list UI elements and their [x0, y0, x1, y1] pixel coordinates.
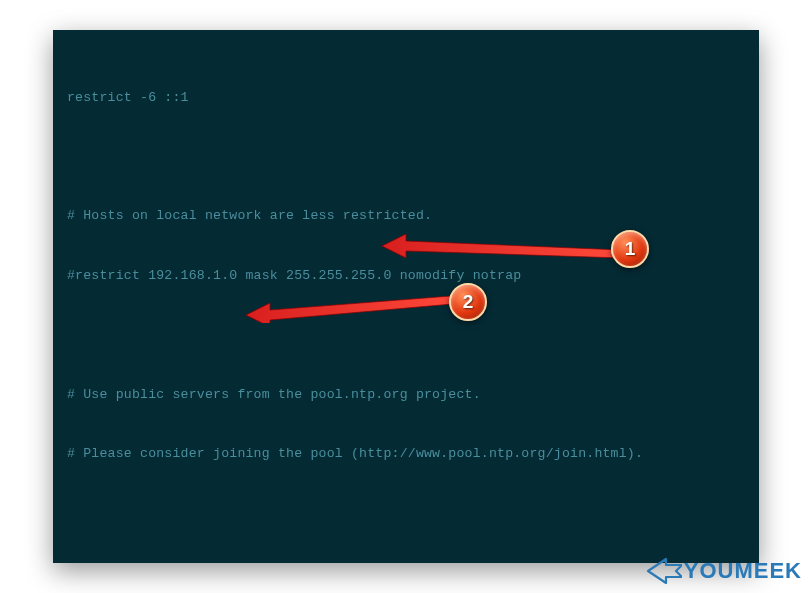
watermark: YOUMEEK	[646, 557, 802, 585]
config-line	[67, 147, 745, 167]
config-line	[67, 325, 745, 345]
config-line	[67, 503, 745, 523]
config-file-content: restrict -6 ::1 # Hosts on local network…	[67, 48, 745, 563]
annotation-badge-2: 2	[449, 283, 487, 321]
config-line: #restrict 192.168.1.0 mask 255.255.255.0…	[67, 266, 745, 286]
terminal-window: restrict -6 ::1 # Hosts on local network…	[53, 30, 759, 563]
config-line: # Hosts on local network are less restri…	[67, 206, 745, 226]
badge-number: 2	[463, 291, 474, 313]
watermark-arrow-icon	[646, 557, 682, 585]
watermark-text: YOUMEEK	[684, 558, 802, 584]
badge-number: 1	[625, 238, 636, 260]
svg-marker-2	[648, 559, 682, 583]
annotation-badge-1: 1	[611, 230, 649, 268]
config-line: # Please consider joining the pool (http…	[67, 444, 745, 464]
config-line: # Use public servers from the pool.ntp.o…	[67, 385, 745, 405]
config-line: restrict -6 ::1	[67, 88, 745, 108]
